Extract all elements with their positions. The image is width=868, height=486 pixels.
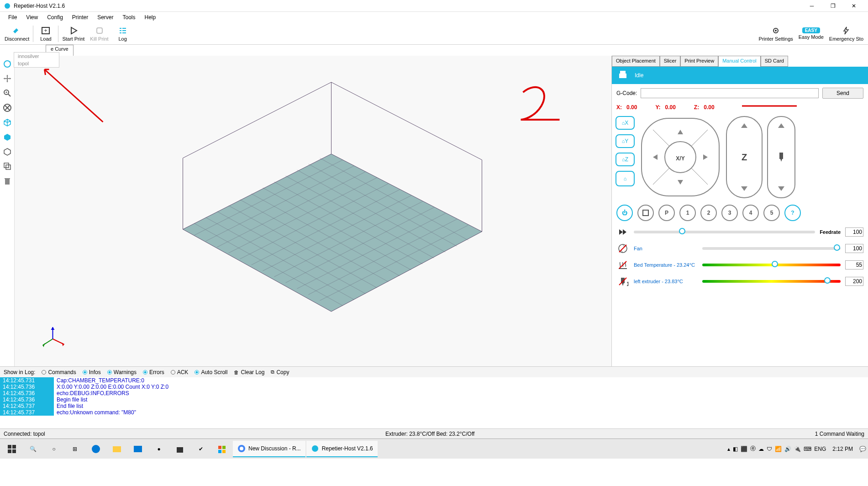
dropdown-item-topol[interactable]: topol <box>14 60 59 67</box>
extruder-jog-pad[interactable] <box>767 116 795 198</box>
trash-icon[interactable] <box>2 175 13 186</box>
taskbar-repetier[interactable]: Repetier-Host V2.1.6 <box>306 441 378 457</box>
feedrate-input[interactable] <box>845 227 863 237</box>
send-button[interactable]: Send <box>822 88 863 99</box>
tab-slicer[interactable]: Slicer <box>660 56 681 67</box>
x-plus-icon[interactable] <box>703 154 708 160</box>
dropdown-item-innosilver[interactable]: innosilver <box>14 53 59 60</box>
load-button[interactable]: + Load <box>34 25 57 42</box>
start-print-button[interactable]: Start Print <box>59 25 87 42</box>
extruder-heat-icon[interactable]: 1 <box>616 275 629 288</box>
bed-input[interactable] <box>845 260 863 269</box>
printer-settings-button[interactable]: Printer Settings <box>756 25 796 42</box>
btn-4[interactable]: 4 <box>742 205 759 221</box>
z-down-icon[interactable] <box>740 185 749 192</box>
home-x-button[interactable]: ⌂ X <box>615 116 635 130</box>
tab-print-preview[interactable]: Print Preview <box>680 56 718 67</box>
store-icon[interactable] <box>170 440 190 458</box>
fan-input[interactable] <box>845 244 863 253</box>
emergency-stop-button[interactable]: Emergency Sto <box>826 25 866 42</box>
help-button[interactable]: ? <box>784 205 801 221</box>
tray-icon[interactable]: ⓔ <box>750 445 756 453</box>
filter-errors[interactable]: Errors <box>143 369 164 375</box>
notifications-icon[interactable]: 💬 <box>859 446 866 452</box>
home-all-button[interactable]: ⌂ <box>615 171 635 186</box>
move-view-icon[interactable] <box>2 73 13 84</box>
menu-tools[interactable]: Tools <box>118 13 140 21</box>
copy-log-button[interactable]: ⧉ Copy <box>271 369 289 375</box>
tray-icon[interactable]: ▴ <box>727 446 730 452</box>
maximize-button[interactable]: ❐ <box>822 0 843 12</box>
tray-lang[interactable]: ENG <box>814 446 826 452</box>
home-y-button[interactable]: ⌂ Y <box>615 134 635 148</box>
xy-jog-pad[interactable]: X/Y <box>639 116 721 198</box>
park-button[interactable]: P <box>658 205 675 221</box>
btn-1[interactable]: 1 <box>679 205 696 221</box>
cortana-button[interactable]: ○ <box>44 440 64 458</box>
edge-icon[interactable] <box>86 440 106 458</box>
explorer-icon[interactable] <box>107 440 127 458</box>
menu-help[interactable]: Help <box>140 13 161 21</box>
fit-icon[interactable] <box>2 102 13 113</box>
front-view-icon[interactable] <box>2 132 13 143</box>
e-retract-icon[interactable] <box>777 122 786 129</box>
printer-dropdown[interactable]: innosilver topol <box>14 52 59 68</box>
tray-icon[interactable]: 📶 <box>775 446 782 452</box>
3d-viewport[interactable] <box>15 56 611 366</box>
feedrate-slider[interactable] <box>679 228 685 234</box>
tray-icon[interactable]: ⬛ <box>741 446 747 452</box>
z-jog-pad[interactable]: Z <box>726 116 763 198</box>
log-area[interactable]: 14:12:45.731Cap:CHAMBER_TEMPERATURE:0 14… <box>0 377 868 428</box>
rotate-view-icon[interactable] <box>2 58 13 69</box>
mail-icon[interactable] <box>128 440 148 458</box>
app-icon-3[interactable] <box>212 440 232 458</box>
tray-icon[interactable]: 🛡 <box>767 446 772 452</box>
tray-icon[interactable]: ⌨ <box>804 446 811 452</box>
home-z-button[interactable]: ⌂ Z <box>615 153 635 166</box>
disconnect-button[interactable]: Disconnect <box>2 25 32 42</box>
z-up-icon[interactable] <box>740 122 749 129</box>
iso-view-icon[interactable] <box>2 117 13 128</box>
y-minus-icon[interactable] <box>678 180 683 185</box>
tray-icon[interactable]: 🔊 <box>784 446 791 452</box>
menu-config[interactable]: Config <box>42 13 68 21</box>
gcode-input[interactable] <box>641 88 819 98</box>
power-button[interactable]: ⏻ <box>616 205 633 221</box>
menu-file[interactable]: File <box>4 13 21 21</box>
btn-5[interactable]: 5 <box>763 205 780 221</box>
bed-heat-icon[interactable] <box>616 259 629 271</box>
fan-slider[interactable] <box>834 244 840 251</box>
easy-mode-button[interactable]: EASY Easy Mode <box>796 26 826 41</box>
y-plus-icon[interactable] <box>678 130 683 134</box>
menu-server[interactable]: Server <box>93 13 118 21</box>
app-icon-2[interactable]: ✔ <box>191 440 211 458</box>
menu-view[interactable]: View <box>21 13 42 21</box>
speed-icon[interactable] <box>616 226 629 238</box>
tab-object-placement[interactable]: Object Placement <box>612 56 660 67</box>
extruder-slider[interactable] <box>824 277 831 284</box>
menu-printer[interactable]: Printer <box>68 13 93 21</box>
task-view-button[interactable]: ⊞ <box>65 440 85 458</box>
filter-commands[interactable]: Commands <box>42 369 76 375</box>
tab-sd-card[interactable]: SD Card <box>761 56 788 67</box>
tray-icon[interactable]: 🔌 <box>794 446 801 452</box>
x-minus-icon[interactable] <box>653 154 658 160</box>
fan-icon[interactable] <box>616 242 629 255</box>
motors-button[interactable] <box>637 205 654 221</box>
clear-log-button[interactable]: 🗑 Clear Log <box>234 369 264 375</box>
kill-print-button[interactable]: Kill Print <box>87 25 111 42</box>
filter-autoscroll[interactable]: Auto Scroll <box>195 369 227 375</box>
parallel-icon[interactable] <box>2 146 13 157</box>
btn-2[interactable]: 2 <box>700 205 717 221</box>
tray-clock[interactable]: 2:12 PM <box>829 446 857 452</box>
bed-slider[interactable] <box>772 261 778 267</box>
e-extrude-icon[interactable] <box>777 185 786 192</box>
extruder-input[interactable] <box>845 277 863 286</box>
taskbar-chrome[interactable]: New Discussion - R... <box>233 441 305 457</box>
minimize-button[interactable]: ─ <box>801 0 822 12</box>
clone-icon[interactable] <box>2 161 13 172</box>
filter-infos[interactable]: Infos <box>83 369 101 375</box>
search-button[interactable]: 🔍 <box>23 440 43 458</box>
app-icon-1[interactable]: ● <box>149 440 169 458</box>
filter-warnings[interactable]: Warnings <box>107 369 137 375</box>
